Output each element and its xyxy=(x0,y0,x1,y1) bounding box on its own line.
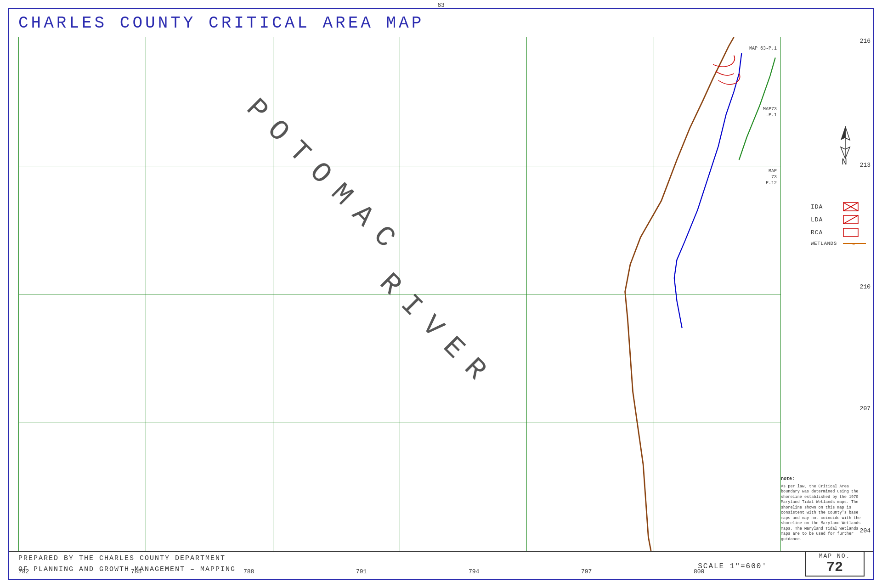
svg-rect-10 xyxy=(843,228,858,237)
legend-symbol-ida xyxy=(843,202,859,211)
legend-item-rca: RCA xyxy=(811,228,866,237)
legend-item-lda: LDA xyxy=(811,215,866,224)
coord-210: 210 xyxy=(860,283,871,290)
note-section: note: As per law, the Critical Area boun… xyxy=(781,476,866,542)
map-ref-3: MAP73P.12 xyxy=(766,168,777,186)
svg-marker-1 xyxy=(841,126,845,140)
grid-h-3 xyxy=(19,423,780,423)
grid-h-1 xyxy=(19,166,780,166)
legend-item-wetlands: WETLANDS w xyxy=(811,241,866,246)
north-arrow: N xyxy=(831,124,859,168)
map-ref-1: MAP 63-P.1 xyxy=(749,45,777,51)
legend-symbol-wetlands: w xyxy=(843,241,866,246)
note-body: As per law, the Critical Area boundary w… xyxy=(781,484,866,542)
legend-item-ida: IDA xyxy=(811,202,866,211)
coord-207: 207 xyxy=(860,405,871,412)
coord-216: 216 xyxy=(860,38,871,45)
svg-text:w: w xyxy=(852,242,855,246)
legend-label-ida: IDA xyxy=(811,204,843,210)
footer-scale: SCALE 1"=600' xyxy=(698,562,767,571)
page-number: 63 xyxy=(437,2,445,9)
footer: PREPARED BY THE CHARLES COUNTY DEPARTMEN… xyxy=(9,551,873,579)
potomac-label: POTOMAC xyxy=(239,92,411,264)
map-no-box: MAP NO. 72 xyxy=(805,551,865,577)
footer-line2: OF PLANNING AND GROWTH MANAGEMENT – MAPP… xyxy=(18,564,236,575)
note-title: note: xyxy=(781,476,866,482)
legend-label-rca: RCA xyxy=(811,229,843,236)
map-title: CHARLES COUNTY CRITICAL AREA MAP xyxy=(18,14,864,33)
footer-line1: PREPARED BY THE CHARLES COUNTY DEPARTMEN… xyxy=(18,553,236,564)
coord-213: 213 xyxy=(860,162,871,169)
svg-text:N: N xyxy=(842,157,847,165)
river-label: RIVER xyxy=(373,267,502,396)
main-container: CHARLES COUNTY CRITICAL AREA MAP POTOMAC… xyxy=(8,8,874,580)
legend-label-wetlands: WETLANDS xyxy=(811,241,843,246)
map-ref-2: MAP73-P.1 xyxy=(763,106,777,118)
footer-text: PREPARED BY THE CHARLES COUNTY DEPARTMEN… xyxy=(18,553,236,575)
legend-symbol-lda xyxy=(843,215,859,224)
map-no-label: MAP NO. xyxy=(819,553,851,560)
map-area: POTOMAC RIVER MAP 63-P.1 MAP73-P.1 MAP73… xyxy=(18,37,781,551)
legend: IDA LDA RCA WETLANDS w xyxy=(811,202,866,250)
legend-symbol-rca xyxy=(843,228,859,237)
map-no-number: 72 xyxy=(826,560,843,575)
legend-label-lda: LDA xyxy=(811,216,843,223)
svg-line-9 xyxy=(843,215,858,224)
svg-marker-2 xyxy=(845,126,850,140)
